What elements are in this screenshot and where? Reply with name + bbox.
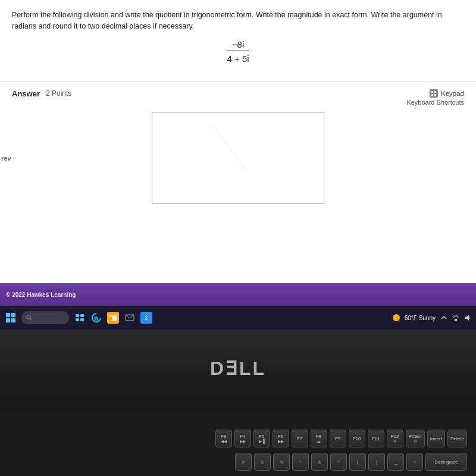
svg-rect-2 — [431, 94, 433, 96]
keypad-label: Keypad — [441, 90, 464, 97]
svg-rect-13 — [76, 318, 79, 321]
weather-text: 60°F Sunny — [405, 315, 436, 321]
key-insert[interactable]: Insert — [427, 430, 445, 447]
key-amp[interactable]: & — [311, 453, 328, 471]
key-f3[interactable]: F3◀◀ — [215, 430, 232, 447]
svg-rect-8 — [11, 318, 15, 322]
svg-rect-7 — [6, 318, 10, 322]
key-f4[interactable]: F4▶▶ — [234, 430, 251, 447]
edge-icon[interactable] — [90, 312, 102, 324]
explorer-icon[interactable] — [107, 312, 119, 324]
svg-rect-12 — [80, 314, 84, 317]
key-delete[interactable]: Delete — [447, 430, 467, 447]
network-icon[interactable] — [452, 314, 459, 321]
fraction-denominator: 4 + 5i — [227, 52, 249, 64]
rev-label[interactable]: rev — [1, 155, 11, 162]
svg-rect-11 — [76, 314, 79, 317]
answer-header: Answer 2 Points Keypad — [12, 89, 464, 106]
key-f8[interactable]: F8☁ — [311, 430, 327, 447]
keypad-button[interactable]: Keypad — [430, 89, 464, 98]
taskbar-icons-left: Z — [5, 311, 152, 324]
answer-box[interactable] — [152, 112, 324, 204]
svg-marker-19 — [465, 315, 469, 321]
copyright-text: © 2022 Hawkes Learning — [6, 292, 76, 298]
key-f10[interactable]: F10 — [349, 430, 365, 447]
mail-icon[interactable] — [124, 312, 136, 324]
key-f9[interactable]: F9 — [330, 430, 346, 447]
key-f12[interactable]: F12✶ — [387, 430, 403, 447]
num-key-row: # $ % ^ & * ( ) _ + Backspace — [6, 453, 470, 471]
keypad-icon — [430, 89, 438, 98]
taskview-icon[interactable] — [74, 312, 86, 324]
fraction: −8i 4 + 5i — [227, 39, 249, 64]
key-dollar[interactable]: $ — [254, 453, 271, 471]
chevron-up-icon[interactable] — [440, 314, 447, 321]
taskbar-search[interactable] — [21, 311, 69, 324]
answer-points: 2 Points — [46, 89, 71, 98]
key-prtscr[interactable]: PrtScr⎙ — [406, 430, 425, 447]
key-caret[interactable]: ^ — [292, 453, 309, 471]
weather-icon — [393, 314, 400, 321]
key-f5[interactable]: F5▶▐ — [253, 430, 270, 447]
key-percent[interactable]: % — [273, 453, 290, 471]
laptop-screen: rev Perform the following division and w… — [0, 0, 476, 333]
windows-taskbar: Z 60°F Sunny — [0, 306, 476, 330]
math-expression: −8i 4 + 5i — [12, 39, 464, 64]
divider — [0, 82, 476, 82]
key-backspace[interactable]: Backspace — [425, 453, 467, 471]
question-area: Perform the following division and write… — [0, 0, 476, 79]
svg-rect-1 — [434, 91, 436, 93]
answer-section: Answer 2 Points Keypad — [0, 84, 476, 204]
question-text: Perform the following division and write… — [12, 10, 464, 32]
key-f11[interactable]: F11 — [368, 430, 384, 447]
key-plus[interactable]: + — [406, 453, 423, 471]
svg-point-9 — [27, 315, 30, 319]
key-f6[interactable]: F6▶▶ — [273, 430, 289, 447]
volume-icon[interactable] — [464, 314, 471, 321]
keypad-area: Keypad Keyboard Shortcuts — [406, 89, 464, 106]
keyboard-area: F3◀◀ F4▶▶ F5▶▐ F6▶▶ F7 F8☁ F9 F10 F11 F1… — [0, 411, 476, 476]
key-rparen[interactable]: ) — [368, 453, 385, 471]
key-hash[interactable]: # — [235, 453, 252, 471]
svg-rect-16 — [109, 317, 112, 321]
answer-title: Answer — [12, 89, 40, 98]
svg-rect-14 — [80, 318, 84, 321]
svg-rect-18 — [455, 319, 457, 321]
key-lparen[interactable]: ( — [349, 453, 366, 471]
page-content: rev Perform the following division and w… — [0, 0, 476, 306]
fn-key-row: F3◀◀ F4▶▶ F5▶▐ F6▶▶ F7 F8☁ F9 F10 F11 F1… — [6, 430, 470, 447]
answer-label-group: Answer 2 Points — [12, 89, 71, 98]
keyboard-shortcuts-label[interactable]: Keyboard Shortcuts — [406, 99, 464, 106]
dell-logo: DƎLL — [210, 357, 266, 380]
svg-rect-0 — [431, 91, 433, 93]
key-underscore[interactable]: _ — [387, 453, 404, 471]
svg-rect-6 — [11, 313, 15, 317]
svg-line-4 — [212, 124, 247, 171]
answer-input-container — [12, 112, 464, 204]
key-f7[interactable]: F7 — [292, 430, 308, 447]
windows-start-icon[interactable] — [5, 312, 17, 324]
key-asterisk[interactable]: * — [330, 453, 347, 471]
hawkes-taskbar: © 2022 Hawkes Learning — [0, 283, 476, 306]
zoom-icon[interactable]: Z — [140, 312, 152, 324]
svg-line-10 — [30, 319, 32, 321]
svg-rect-3 — [434, 94, 436, 96]
svg-rect-5 — [6, 313, 10, 317]
taskbar-right: 60°F Sunny — [393, 314, 471, 321]
fraction-numerator: −8i — [227, 39, 249, 51]
